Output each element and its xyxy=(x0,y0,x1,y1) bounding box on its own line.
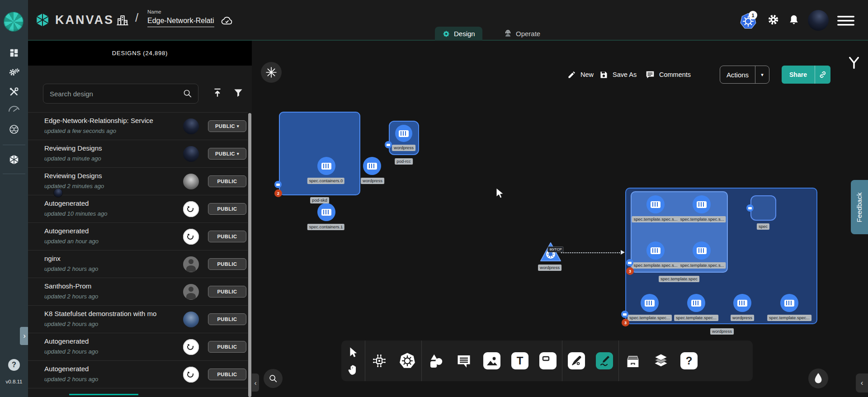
freehand-draw-tool[interactable] xyxy=(590,352,618,369)
expand-rail-button[interactable]: › xyxy=(20,327,29,345)
design-list-item[interactable]: Reviewing Designs updated a minute ago P… xyxy=(28,140,248,168)
design-canvas[interactable]: New Save As Comments Actions ▾ Share xyxy=(252,41,868,397)
components-tool[interactable] xyxy=(365,353,393,369)
issue-count-badge[interactable]: 2 xyxy=(274,189,282,197)
annotation-tool[interactable] xyxy=(450,353,478,369)
filter-icon[interactable] xyxy=(232,87,244,99)
visibility-badge[interactable]: PUBLIC xyxy=(208,203,246,215)
visibility-badge[interactable]: PUBLIC▾ xyxy=(208,148,246,160)
design-name-input[interactable] xyxy=(147,16,214,27)
kubernetes-tool[interactable] xyxy=(393,352,421,369)
new-button[interactable]: New xyxy=(567,66,594,84)
container-node[interactable] xyxy=(687,294,705,312)
visibility-label: PUBLIC xyxy=(217,234,237,239)
design-list-item[interactable]: K8 Statefulset demonstration with mo upd… xyxy=(28,305,248,333)
container-node[interactable] xyxy=(317,157,335,175)
help-tool[interactable]: ? xyxy=(675,352,703,369)
kanvas-app: KANVAS / Name Design xyxy=(0,0,868,397)
save-as-button[interactable]: Save As xyxy=(599,66,637,84)
layers-tool[interactable] xyxy=(647,353,675,369)
visibility-badge[interactable]: PUBLIC xyxy=(208,369,246,380)
design-list-item[interactable]: Autogenerated updated 2 hours ago PUBLIC xyxy=(28,360,248,388)
menu-hamburger-icon[interactable] xyxy=(837,15,854,26)
service-node-wordpress[interactable] xyxy=(539,242,562,263)
mesh-catalog-icon[interactable] xyxy=(9,124,19,135)
pod-badge-icon[interactable] xyxy=(274,181,282,188)
design-list-item[interactable]: nginx updated 2 hours ago PUBLIC xyxy=(28,250,248,278)
issue-count-badge[interactable]: 3 xyxy=(626,267,634,275)
toolkit-icon[interactable] xyxy=(9,86,19,97)
design-list-item[interactable]: Edge-Network-Relationship: Service updat… xyxy=(28,112,248,140)
organization-icon[interactable] xyxy=(116,14,129,27)
performance-icon[interactable] xyxy=(8,104,20,113)
container-node[interactable] xyxy=(646,195,665,213)
notifications-bell-icon[interactable] xyxy=(788,14,800,26)
import-design-icon[interactable] xyxy=(212,87,223,99)
container-node[interactable] xyxy=(693,195,711,213)
pod-badge-icon[interactable] xyxy=(626,259,633,266)
container-node[interactable] xyxy=(693,241,711,260)
select-tool-icon[interactable] xyxy=(347,346,359,358)
node-spec[interactable] xyxy=(750,195,776,221)
design-list-item[interactable]: Autogenerated updated 10 minutes ago PUB… xyxy=(28,195,248,223)
dashboard-icon[interactable] xyxy=(9,48,19,58)
design-list-item[interactable]: Autogenerated updated an hour ago PUBLIC xyxy=(28,222,248,250)
chevron-down-icon[interactable]: ▾ xyxy=(755,72,769,78)
container-node[interactable] xyxy=(733,294,751,312)
visibility-badge[interactable]: PUBLIC xyxy=(208,258,246,270)
drawer-tool[interactable] xyxy=(619,353,647,369)
actions-button[interactable]: Actions ▾ xyxy=(720,66,769,84)
container-node[interactable] xyxy=(641,294,659,312)
comments-button[interactable]: Comments xyxy=(645,66,691,84)
visibility-badge[interactable]: PUBLIC xyxy=(208,286,246,298)
lifecycle-gears-icon[interactable] xyxy=(8,67,20,78)
container-node[interactable] xyxy=(646,241,665,260)
feedback-tab[interactable]: Feedback xyxy=(851,180,868,234)
design-list-item[interactable]: Autogenerated updated 2 hours ago PUBLIC xyxy=(28,333,248,361)
visibility-badge[interactable]: PUBLIC xyxy=(208,175,246,187)
issue-count-badge[interactable]: 3 xyxy=(622,319,629,326)
tab-design[interactable]: Design xyxy=(435,27,482,41)
relationship-edge[interactable] xyxy=(561,252,622,253)
zoom-tool-button[interactable] xyxy=(264,369,283,388)
node-group-spec-template[interactable] xyxy=(631,191,728,273)
visibility-badge[interactable]: PUBLIC▾ xyxy=(208,120,246,132)
pod-badge-icon[interactable] xyxy=(746,204,754,212)
design-search-input[interactable] xyxy=(49,90,183,98)
kanvas-nav-icon[interactable] xyxy=(8,154,20,165)
container-node[interactable] xyxy=(317,203,335,221)
tab-operate[interactable]: Operate xyxy=(496,27,547,41)
settings-gear-icon[interactable] xyxy=(767,14,779,26)
container-node[interactable] xyxy=(363,157,381,175)
container-node[interactable] xyxy=(395,125,412,142)
feedback-label: Feedback xyxy=(856,192,863,222)
container-node[interactable] xyxy=(780,294,798,312)
node-label: spec.template.spec.s... xyxy=(632,262,679,269)
meshsync-snowflake-button[interactable] xyxy=(261,62,282,83)
design-list-item[interactable]: Santhosh-Prom updated 2 hours ago PUBLIC xyxy=(28,278,248,306)
pod-badge-icon[interactable] xyxy=(385,141,392,148)
drop-assistant-button[interactable] xyxy=(808,369,828,388)
visibility-badge[interactable]: PUBLIC xyxy=(208,313,246,325)
image-tool[interactable] xyxy=(478,352,506,369)
design-name: Reviewing Designs xyxy=(44,144,102,152)
y-branch-icon[interactable] xyxy=(848,56,860,70)
pan-hand-icon[interactable] xyxy=(347,364,359,376)
pod-badge-icon[interactable] xyxy=(621,311,628,318)
search-icon[interactable] xyxy=(183,89,193,99)
visibility-badge[interactable]: PUBLIC xyxy=(208,231,246,242)
collapse-panel-button[interactable]: ‹ xyxy=(252,373,259,392)
note-tool[interactable] xyxy=(534,352,562,369)
kanvas-brand[interactable]: KANVAS xyxy=(34,12,114,28)
user-avatar[interactable] xyxy=(808,10,829,31)
edge-pen-tool[interactable] xyxy=(562,352,590,369)
text-tool[interactable]: T xyxy=(506,352,534,369)
collapse-right-button[interactable]: ‹ xyxy=(856,373,868,392)
layer5-logo-icon[interactable] xyxy=(4,12,24,32)
copy-link-icon[interactable] xyxy=(815,70,830,79)
share-button[interactable]: Share xyxy=(782,66,830,84)
help-button[interactable]: ? xyxy=(8,359,20,371)
panel-scrollbar[interactable] xyxy=(248,113,251,397)
visibility-badge[interactable]: PUBLIC xyxy=(208,341,246,353)
shapes-tool[interactable] xyxy=(422,353,450,369)
